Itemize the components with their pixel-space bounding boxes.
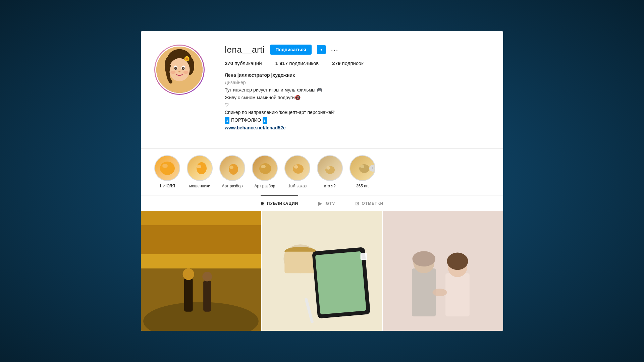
followers-stat: 1 917 подписчиков (275, 60, 319, 66)
next-highlights-icon[interactable]: › (369, 165, 375, 172)
instagram-window: lena__arti Подписаться ▾ ··· 270 публика… (141, 31, 503, 331)
svg-point-36 (183, 268, 194, 280)
profile-section: lena__arti Подписаться ▾ ··· 270 публика… (141, 31, 503, 148)
svg-point-54 (432, 289, 447, 296)
svg-point-52 (447, 253, 468, 270)
tab-publications-label: ПУБЛИКАЦИИ (267, 201, 298, 206)
highlight-circle (219, 155, 245, 181)
svg-rect-37 (203, 281, 211, 312)
highlights-section: 1 ИЮЛЯ мошенники Арт разбор (141, 148, 503, 195)
highlight-label: 1 ИЮЛЯ (159, 184, 175, 188)
portfolio-icon-right: ℹ (263, 117, 267, 124)
bio-line2: Живу с сыном маминой подруги🔞 (225, 94, 490, 101)
bio-line3: Спикер по направлению 'концепт-арт персо… (225, 109, 490, 116)
svg-rect-35 (184, 278, 193, 312)
svg-point-15 (185, 57, 188, 60)
svg-point-16 (160, 162, 175, 175)
username: lena__arti (225, 45, 265, 55)
bio-line1: Тут инженер рисует игры и мультфильмы 🎮 (225, 86, 490, 94)
svg-point-21 (229, 166, 233, 169)
highlight-circle (154, 155, 180, 181)
tab-mentions[interactable]: ⊡ ОТМЕТКИ (355, 195, 383, 211)
bio-section: Лена |иллюстратор |художник Дизайнер Тут… (225, 71, 490, 132)
highlight-circle: › (350, 155, 375, 181)
svg-rect-42 (284, 252, 316, 273)
svg-rect-33 (141, 225, 261, 254)
highlight-circle (187, 155, 213, 181)
svg-point-53 (412, 251, 435, 267)
tab-publications[interactable]: ⊞ ПУБЛИКАЦИИ (261, 195, 298, 211)
stats-row: 270 публикаций 1 917 подписчиков 279 под… (225, 60, 490, 66)
post-item[interactable] (383, 211, 503, 331)
highlight-item[interactable]: мошенники (187, 155, 213, 188)
posts-grid (141, 211, 503, 331)
post-item[interactable] (141, 211, 261, 331)
svg-point-4 (169, 58, 190, 81)
tab-igtv-label: IGTV (324, 201, 335, 206)
highlight-item[interactable]: 1 ИЮЛЯ (154, 155, 180, 188)
highlight-item[interactable]: › 365 art (350, 155, 375, 188)
svg-rect-47 (383, 211, 503, 331)
publications-stat: 270 публикаций (225, 60, 262, 66)
highlight-label: Арт разбор (222, 184, 243, 188)
profile-info: lena__arti Подписаться ▾ ··· 270 публика… (225, 45, 490, 132)
highlight-item[interactable]: Арт разбор (219, 155, 245, 188)
tag-icon: ⊡ (355, 201, 360, 206)
subscribe-button[interactable]: Подписаться (270, 45, 312, 55)
highlight-label: кто я? (324, 184, 336, 188)
igtv-icon: ▶ (318, 201, 322, 206)
svg-point-38 (202, 272, 212, 282)
bio-link[interactable]: www.behance.net/lenad52e (225, 124, 490, 131)
svg-rect-44 (315, 251, 366, 315)
svg-point-17 (162, 164, 168, 168)
grid-icon: ⊞ (261, 201, 265, 206)
bio-category: Дизайнер (225, 79, 490, 86)
bio-name: Лена |иллюстратор |художник (225, 71, 490, 79)
avatar-wrapper (154, 45, 205, 95)
tab-mentions-label: ОТМЕТКИ (362, 201, 383, 206)
svg-point-22 (259, 163, 271, 174)
profile-header-row: lena__arti Подписаться ▾ ··· (225, 45, 490, 55)
profile-top: lena__arti Подписаться ▾ ··· 270 публика… (154, 45, 490, 132)
svg-rect-46 (361, 253, 367, 260)
highlight-circle (284, 155, 310, 181)
more-options-button[interactable]: ··· (331, 46, 339, 54)
svg-rect-48 (412, 268, 436, 316)
following-stat: 279 подписок (332, 60, 363, 66)
svg-point-13 (183, 70, 189, 74)
bio-portfolio: ℹ ПОРТФОЛИО ℹ (225, 116, 490, 124)
svg-point-20 (229, 164, 238, 175)
highlight-item[interactable]: Арт разбор (252, 155, 278, 188)
highlight-circle (317, 155, 343, 181)
highlight-label: Арт разбор (254, 184, 275, 188)
svg-point-12 (170, 70, 175, 74)
svg-point-18 (197, 162, 207, 174)
svg-point-23 (261, 165, 266, 168)
svg-point-9 (175, 67, 176, 68)
chevron-down-icon: ▾ (320, 47, 322, 52)
svg-point-10 (183, 67, 184, 68)
portfolio-icon-left: ℹ (225, 117, 229, 124)
highlight-label: 365 art (356, 184, 369, 188)
svg-point-11 (178, 71, 180, 72)
svg-point-19 (197, 165, 201, 168)
highlight-label: мошенники (189, 184, 210, 188)
dropdown-button[interactable]: ▾ (317, 45, 326, 54)
svg-rect-50 (445, 274, 470, 317)
svg-point-29 (360, 165, 364, 168)
highlight-label: 1ый заказ (288, 184, 307, 188)
bio-heart: ♡ (225, 101, 490, 109)
highlight-item[interactable]: 1ый заказ (284, 155, 310, 188)
highlight-circle (252, 155, 278, 181)
tab-igtv[interactable]: ▶ IGTV (318, 195, 335, 211)
svg-point-25 (294, 165, 298, 169)
svg-point-24 (293, 164, 304, 174)
highlight-item[interactable]: кто я? (317, 155, 343, 188)
svg-point-27 (326, 166, 330, 170)
tabs-section: ⊞ ПУБЛИКАЦИИ ▶ IGTV ⊡ ОТМЕТКИ (141, 195, 503, 211)
post-item[interactable] (262, 211, 382, 331)
avatar (155, 46, 204, 94)
